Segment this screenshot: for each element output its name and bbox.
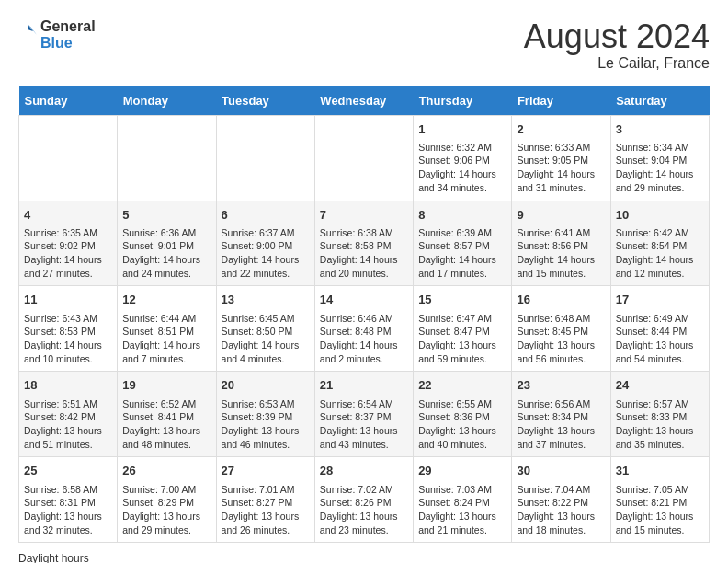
day-number: 10: [616, 207, 704, 224]
day-info: Sunrise: 6:32 AM Sunset: 9:06 PM Dayligh…: [418, 141, 506, 195]
day-number: 18: [24, 377, 112, 394]
svg-marker-1: [28, 24, 33, 31]
day-info: Sunrise: 6:57 AM Sunset: 8:33 PM Dayligh…: [616, 397, 704, 452]
calendar-cell-w2-d7: 10Sunrise: 6:42 AM Sunset: 8:54 PM Dayli…: [610, 201, 709, 286]
daylight-hours-label: Daylight hours: [18, 552, 89, 563]
day-number: 21: [320, 377, 408, 394]
day-number: 31: [616, 463, 704, 479]
header-monday: Monday: [118, 86, 216, 116]
header-wednesday: Wednesday: [314, 86, 413, 116]
day-number: 16: [517, 292, 605, 308]
day-number: 11: [24, 292, 112, 308]
day-info: Sunrise: 6:43 AM Sunset: 8:53 PM Dayligh…: [24, 312, 112, 366]
header-thursday: Thursday: [414, 86, 512, 116]
page-title: August 2024: [524, 18, 710, 55]
day-number: 27: [222, 463, 310, 479]
day-info: Sunrise: 6:54 AM Sunset: 8:37 PM Dayligh…: [320, 397, 408, 452]
day-info: Sunrise: 6:53 AM Sunset: 8:39 PM Dayligh…: [222, 397, 310, 452]
calendar-cell-w4-d4: 21Sunrise: 6:54 AM Sunset: 8:37 PM Dayli…: [314, 372, 413, 457]
day-info: Sunrise: 6:39 AM Sunset: 8:57 PM Dayligh…: [418, 226, 506, 281]
day-info: Sunrise: 6:58 AM Sunset: 8:31 PM Dayligh…: [24, 483, 112, 537]
calendar-cell-w2-d3: 6Sunrise: 6:37 AM Sunset: 9:00 PM Daylig…: [216, 201, 314, 286]
day-info: Sunrise: 6:38 AM Sunset: 8:58 PM Dayligh…: [320, 226, 408, 281]
day-info: Sunrise: 6:37 AM Sunset: 9:00 PM Dayligh…: [222, 226, 310, 281]
day-number: 26: [122, 463, 210, 479]
day-number: 23: [517, 377, 605, 394]
day-number: 15: [418, 292, 506, 308]
header-tuesday: Tuesday: [216, 86, 314, 116]
day-number: 30: [517, 463, 605, 479]
calendar-cell-w2-d1: 4Sunrise: 6:35 AM Sunset: 9:02 PM Daylig…: [19, 201, 118, 286]
day-info: Sunrise: 6:56 AM Sunset: 8:34 PM Dayligh…: [517, 397, 605, 452]
logo-blue: Blue: [40, 35, 73, 51]
week-row-3: 11Sunrise: 6:43 AM Sunset: 8:53 PM Dayli…: [19, 286, 710, 372]
day-number: 13: [222, 292, 310, 308]
day-info: Sunrise: 7:04 AM Sunset: 8:22 PM Dayligh…: [517, 483, 605, 537]
calendar-cell-w1-d2: [118, 115, 216, 201]
calendar-cell-w3-d7: 17Sunrise: 6:49 AM Sunset: 8:44 PM Dayli…: [610, 286, 709, 372]
day-number: 25: [24, 463, 112, 479]
day-number: 2: [517, 121, 605, 138]
day-info: Sunrise: 6:51 AM Sunset: 8:42 PM Dayligh…: [24, 397, 112, 452]
logo-bird-icon: [18, 22, 37, 48]
day-info: Sunrise: 6:36 AM Sunset: 9:01 PM Dayligh…: [122, 226, 210, 281]
calendar-cell-w3-d4: 14Sunrise: 6:46 AM Sunset: 8:48 PM Dayli…: [314, 286, 413, 372]
calendar-cell-w1-d7: 3Sunrise: 6:34 AM Sunset: 9:04 PM Daylig…: [610, 115, 709, 201]
day-number: 29: [418, 463, 506, 479]
footer-text: Daylight hours: [18, 552, 710, 563]
calendar-cell-w4-d3: 20Sunrise: 6:53 AM Sunset: 8:39 PM Dayli…: [216, 372, 314, 457]
day-info: Sunrise: 6:55 AM Sunset: 8:36 PM Dayligh…: [418, 397, 506, 452]
day-info: Sunrise: 6:49 AM Sunset: 8:44 PM Dayligh…: [616, 312, 704, 366]
calendar-cell-w5-d1: 25Sunrise: 6:58 AM Sunset: 8:31 PM Dayli…: [19, 457, 118, 543]
day-info: Sunrise: 7:03 AM Sunset: 8:24 PM Dayligh…: [418, 483, 506, 537]
calendar-cell-w1-d1: [19, 115, 118, 201]
calendar-cell-w4-d5: 22Sunrise: 6:55 AM Sunset: 8:36 PM Dayli…: [414, 372, 512, 457]
calendar-table: SundayMondayTuesdayWednesdayThursdayFrid…: [18, 86, 710, 544]
day-info: Sunrise: 6:42 AM Sunset: 8:54 PM Dayligh…: [616, 226, 704, 281]
day-number: 22: [418, 377, 506, 394]
calendar-cell-w1-d4: [314, 115, 413, 201]
day-info: Sunrise: 6:34 AM Sunset: 9:04 PM Dayligh…: [616, 141, 704, 195]
calendar-cell-w5-d5: 29Sunrise: 7:03 AM Sunset: 8:24 PM Dayli…: [414, 457, 512, 543]
calendar-cell-w4-d1: 18Sunrise: 6:51 AM Sunset: 8:42 PM Dayli…: [19, 372, 118, 457]
logo: General Blue: [18, 18, 96, 52]
header-saturday: Saturday: [610, 86, 709, 116]
calendar-cell-w5-d6: 30Sunrise: 7:04 AM Sunset: 8:22 PM Dayli…: [512, 457, 610, 543]
day-info: Sunrise: 6:52 AM Sunset: 8:41 PM Dayligh…: [122, 397, 210, 452]
day-number: 28: [320, 463, 408, 479]
week-row-5: 25Sunrise: 6:58 AM Sunset: 8:31 PM Dayli…: [19, 457, 710, 543]
day-number: 7: [320, 207, 408, 224]
calendar-cell-w5-d7: 31Sunrise: 7:05 AM Sunset: 8:21 PM Dayli…: [610, 457, 709, 543]
calendar-body: 1Sunrise: 6:32 AM Sunset: 9:06 PM Daylig…: [19, 115, 710, 543]
day-info: Sunrise: 7:01 AM Sunset: 8:27 PM Dayligh…: [222, 483, 310, 537]
calendar-cell-w2-d5: 8Sunrise: 6:39 AM Sunset: 8:57 PM Daylig…: [414, 201, 512, 286]
title-area: August 2024 Le Cailar, France: [524, 18, 710, 72]
day-info: Sunrise: 7:05 AM Sunset: 8:21 PM Dayligh…: [616, 483, 704, 537]
calendar-cell-w2-d6: 9Sunrise: 6:41 AM Sunset: 8:56 PM Daylig…: [512, 201, 610, 286]
calendar-cell-w3-d5: 15Sunrise: 6:47 AM Sunset: 8:47 PM Dayli…: [414, 286, 512, 372]
calendar-cell-w1-d3: [216, 115, 314, 201]
day-info: Sunrise: 6:44 AM Sunset: 8:51 PM Dayligh…: [122, 312, 210, 366]
calendar-cell-w4-d6: 23Sunrise: 6:56 AM Sunset: 8:34 PM Dayli…: [512, 372, 610, 457]
day-number: 4: [24, 207, 112, 224]
day-number: 20: [222, 377, 310, 394]
day-number: 14: [320, 292, 408, 308]
calendar-cell-w4-d2: 19Sunrise: 6:52 AM Sunset: 8:41 PM Dayli…: [118, 372, 216, 457]
calendar-cell-w5-d3: 27Sunrise: 7:01 AM Sunset: 8:27 PM Dayli…: [216, 457, 314, 543]
day-info: Sunrise: 6:47 AM Sunset: 8:47 PM Dayligh…: [418, 312, 506, 366]
day-number: 5: [122, 207, 210, 224]
day-info: Sunrise: 7:00 AM Sunset: 8:29 PM Dayligh…: [122, 483, 210, 537]
day-number: 9: [517, 207, 605, 224]
calendar-cell-w1-d5: 1Sunrise: 6:32 AM Sunset: 9:06 PM Daylig…: [414, 115, 512, 201]
day-number: 1: [418, 121, 506, 138]
day-info: Sunrise: 6:35 AM Sunset: 9:02 PM Dayligh…: [24, 226, 112, 281]
day-info: Sunrise: 6:45 AM Sunset: 8:50 PM Dayligh…: [222, 312, 310, 366]
calendar-cell-w5-d4: 28Sunrise: 7:02 AM Sunset: 8:26 PM Dayli…: [314, 457, 413, 543]
logo-general: General: [40, 18, 96, 34]
calendar-header-row: SundayMondayTuesdayWednesdayThursdayFrid…: [19, 86, 710, 116]
day-number: 3: [616, 121, 704, 138]
calendar-cell-w3-d2: 12Sunrise: 6:44 AM Sunset: 8:51 PM Dayli…: [118, 286, 216, 372]
header-friday: Friday: [512, 86, 610, 116]
calendar-cell-w3-d1: 11Sunrise: 6:43 AM Sunset: 8:53 PM Dayli…: [19, 286, 118, 372]
day-number: 8: [418, 207, 506, 224]
